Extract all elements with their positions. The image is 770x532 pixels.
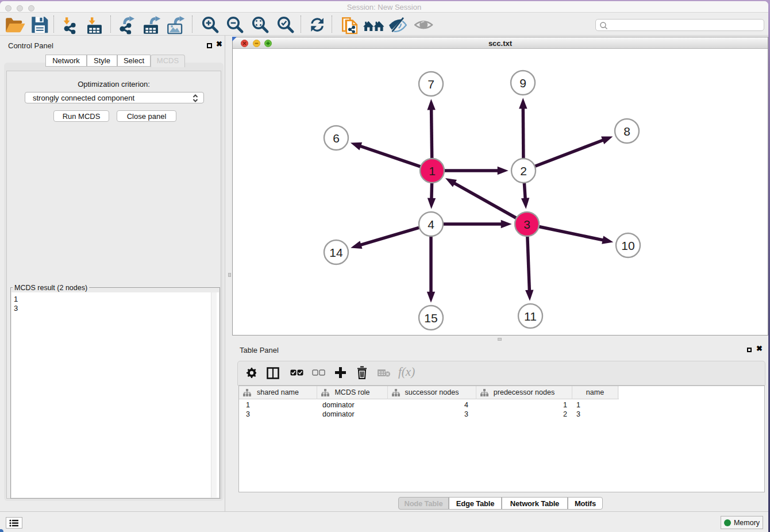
svg-text:8: 8 bbox=[623, 125, 630, 138]
svg-text:7: 7 bbox=[428, 78, 434, 91]
svg-text:15: 15 bbox=[424, 311, 437, 325]
svg-text:9: 9 bbox=[519, 76, 526, 90]
svg-text:10: 10 bbox=[621, 239, 634, 252]
svg-text:4: 4 bbox=[428, 218, 434, 231]
svg-text:11: 11 bbox=[524, 310, 537, 323]
svg-text:6: 6 bbox=[333, 132, 340, 145]
svg-text:3: 3 bbox=[523, 218, 530, 231]
svg-text:1: 1 bbox=[429, 164, 436, 178]
svg-text:2: 2 bbox=[520, 164, 527, 178]
svg-text:14: 14 bbox=[329, 246, 343, 259]
